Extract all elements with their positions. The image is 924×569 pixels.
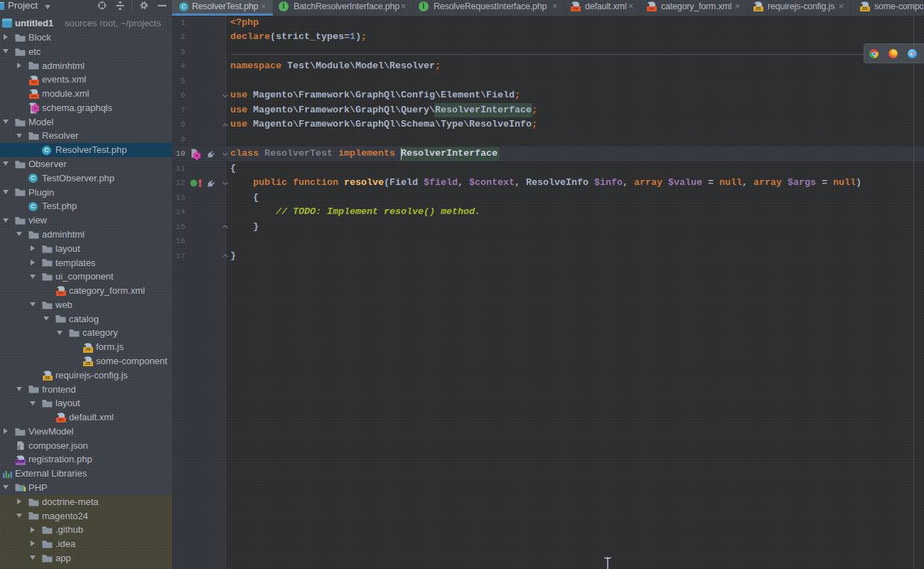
svg-text:{ }: { } <box>18 445 26 450</box>
